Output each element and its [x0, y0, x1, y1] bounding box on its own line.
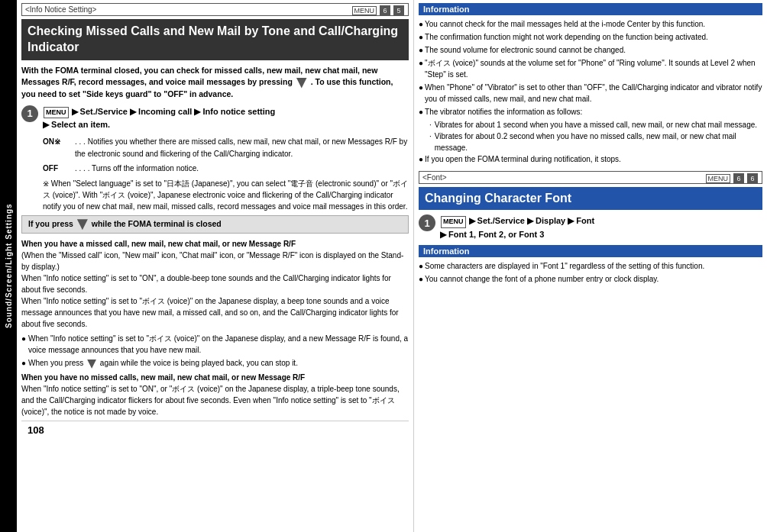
- font-bullet-text-2: You cannot change the font of a phone nu…: [425, 273, 659, 285]
- sub-bullet-text-2: Vibrates for about 0.2 second when you h…: [435, 131, 762, 153]
- off-row: OFF . . . . Turns off the information no…: [43, 163, 409, 175]
- sidebar-label: Sound/Screen/Light Settings: [5, 204, 13, 329]
- highlight-box: If you press while the FOMA terminal is …: [21, 215, 409, 234]
- info-bullet-4: ● "ボイス (voice)" sounds at the volume set…: [419, 57, 762, 80]
- sub-bullet-dot-2: ·: [429, 131, 432, 153]
- dot-7: ●: [419, 153, 423, 165]
- font-step-1-content: MENU ▶ Set./Service ▶ Display ▶ Font▶ Fo…: [440, 214, 762, 240]
- on-label: ON※: [43, 136, 70, 160]
- sub-bullet-2: · Vibrates for about 0.2 second when you…: [429, 131, 762, 153]
- dot-6: ●: [419, 106, 423, 118]
- info-bullet-text-6: The vibrator notifies the information as…: [425, 106, 582, 118]
- font-title: Changing Character Font: [419, 187, 762, 210]
- font-bullet-text-1: Some characters are displayed in "Font 1…: [425, 260, 704, 272]
- menu-badge: MENU: [352, 6, 377, 15]
- right-column: Information ● You cannot check for the m…: [414, 0, 767, 532]
- main-content: <Info Notice Setting> MENU 6 5 Checking …: [17, 0, 767, 532]
- font-step-1-path: MENU ▶ Set./Service ▶ Display ▶ Font▶ Fo…: [440, 216, 594, 239]
- font-step-1-number: 1: [419, 214, 435, 231]
- bullet-text-1: When "Info notice setting" is set to "ボイ…: [28, 333, 409, 356]
- sub-bullet-dot-1: ·: [429, 119, 432, 131]
- info-bullet-3: ● The sound volume for electronic sound …: [419, 44, 762, 56]
- step-1-row: 1 MENU ▶ Set./Service ▶ Incoming call ▶ …: [21, 105, 409, 131]
- sidebar: Sound/Screen/Light Settings: [0, 0, 17, 532]
- on-text: . . . Notifies you whether there are mis…: [75, 136, 409, 160]
- menu-badge-step1: MENU: [44, 107, 69, 119]
- step-1-content: MENU ▶ Set./Service ▶ Incoming call ▶ In…: [43, 105, 409, 131]
- dot-4: ●: [419, 57, 423, 80]
- font-section: <Font> MENU 6 6 Changing Character Font …: [419, 171, 762, 285]
- info-bullets-2: ● Some characters are displayed in "Font…: [419, 260, 762, 285]
- num-badge-6b: 6: [733, 173, 744, 184]
- page-number: 108: [21, 421, 409, 439]
- bullet-dot-1: ●: [21, 333, 26, 356]
- info-bullet-7: ● If you open the FOMA terminal during n…: [419, 153, 762, 165]
- on-row: ON※ . . . Notifies you whether there are…: [43, 136, 409, 160]
- step-1-number: 1: [21, 105, 38, 122]
- dot-1: ●: [419, 18, 423, 30]
- info-bullet-text-7: If you open the FOMA terminal during not…: [425, 153, 621, 165]
- info-bullet-5: ● When "Phone" of "Vibrator" is set to o…: [419, 82, 762, 105]
- font-bullet-2: ● You cannot change the font of a phone …: [419, 273, 762, 285]
- info-header-2: Information: [419, 245, 762, 257]
- num-badge-5: 5: [393, 5, 404, 16]
- dot-2: ●: [419, 31, 423, 43]
- off-text: . . . . Turns off the information notice…: [75, 163, 199, 175]
- sub-bullet-1: · Vibrates for about 1 second when you h…: [429, 119, 762, 131]
- font-step-1-row: 1 MENU ▶ Set./Service ▶ Display ▶ Font▶ …: [419, 214, 762, 240]
- info-bullets-1: ● You cannot check for the mail messages…: [419, 18, 762, 165]
- info-bullet-1: ● You cannot check for the mail messages…: [419, 18, 762, 30]
- bullet-dot-2: ●: [21, 357, 26, 369]
- info-bullet-6: ● The vibrator notifies the information …: [419, 106, 762, 118]
- note-row: ※ When "Select language" is set to "日本語 …: [43, 178, 409, 212]
- info-bullet-text-1: You cannot check for the mail messages h…: [425, 18, 705, 30]
- dot-3: ●: [419, 44, 423, 56]
- num-badge-6a: 6: [380, 5, 390, 16]
- font-tag: <Font> MENU 6 6: [419, 171, 762, 184]
- page-tag: <Info Notice Setting> MENU 6 5: [21, 3, 409, 16]
- dot-5: ●: [419, 82, 423, 105]
- font-dot-1: ●: [419, 260, 423, 272]
- info-bullet-text-4: "ボイス (voice)" sounds at the volume set f…: [425, 57, 762, 80]
- body-block-title-2: When you have no missed calls, new mail,…: [21, 372, 409, 418]
- menu-badge-font: MENU: [706, 174, 731, 183]
- two-columns: <Info Notice Setting> MENU 6 5 Checking …: [17, 0, 767, 532]
- bullet-text-2: When you press again while the voice is …: [28, 357, 298, 369]
- font-dot-2: ●: [419, 273, 423, 285]
- main-title: Checking Missed Calls and New Mail by To…: [21, 19, 409, 60]
- info-bullet-2: ● The confirmation function might not wo…: [419, 31, 762, 43]
- step-1-path: MENU ▶ Set./Service ▶ Incoming call ▶ In…: [43, 107, 275, 130]
- on-off-table: ON※ . . . Notifies you whether there are…: [43, 136, 409, 175]
- info-header-1: Information: [419, 3, 762, 15]
- info-bullet-text-3: The sound volume for electronic sound ca…: [425, 44, 626, 56]
- font-bullet-1: ● Some characters are displayed in "Font…: [419, 260, 762, 272]
- intro-text: With the FOMA terminal closed, you can c…: [21, 65, 409, 101]
- bullet-1: ● When "Info notice setting" is set to "…: [21, 333, 409, 356]
- menu-badge-font-step: MENU: [441, 216, 466, 228]
- num-badge-6c: 6: [747, 173, 758, 184]
- left-column: <Info Notice Setting> MENU 6 5 Checking …: [17, 0, 414, 532]
- body-block-title-1: When you have a missed call, new mail, n…: [21, 238, 409, 330]
- info-bullet-text-2: The confirmation function might not work…: [425, 31, 708, 43]
- bullet-2: ● When you press again while the voice i…: [21, 357, 409, 369]
- off-label: OFF: [43, 163, 70, 175]
- info-bullet-text-5: When "Phone" of "Vibrator" is set to oth…: [425, 82, 762, 105]
- sub-bullet-text-1: Vibrates for about 1 second when you hav…: [435, 119, 757, 131]
